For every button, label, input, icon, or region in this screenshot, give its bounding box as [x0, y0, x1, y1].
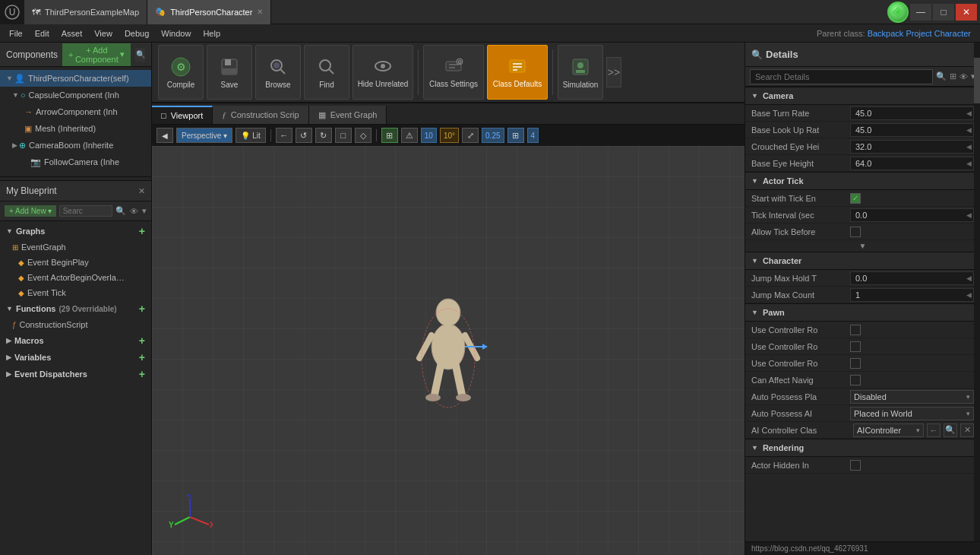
- menu-edit[interactable]: Edit: [29, 27, 55, 40]
- reset-jump-count[interactable]: ◀: [966, 291, 972, 299]
- blueprint-search-input[interactable]: [59, 205, 112, 217]
- tree-item-self[interactable]: ▼ 👤 ThirdPersonCharacter(self): [0, 70, 151, 87]
- section-functions[interactable]: ▼ Functions (29 Overridable) +: [0, 300, 151, 317]
- tree-item-cameraboom[interactable]: ▶ ⊕ CameraBoom (Inherite: [0, 137, 151, 154]
- bp-construction-script[interactable]: ƒ ConstructionScript: [0, 317, 151, 332]
- vp-num2[interactable]: 10°: [440, 128, 459, 143]
- add-component-button[interactable]: + + Add Component ▾: [62, 43, 131, 66]
- tree-item-capsule[interactable]: ▼ ○ CapsuleComponent (Inh: [0, 87, 151, 103]
- perspective-button[interactable]: Perspective ▾: [176, 128, 232, 143]
- viewport[interactable]: ◀ Perspective ▾ 💡 Lit ← ↺ ↻ □ ◇ ⊞ ⚠ 10: [152, 125, 744, 555]
- lit-button[interactable]: 💡 Lit: [236, 128, 266, 143]
- my-blueprint-close[interactable]: ✕: [138, 186, 145, 196]
- details-search-input[interactable]: [750, 69, 933, 84]
- parent-class-link[interactable]: Backpack Project Character: [868, 29, 971, 38]
- tab-map[interactable]: 🗺 ThirdPersonExampleMap: [24, 0, 147, 24]
- find-button[interactable]: Find: [304, 45, 349, 100]
- components-search-button[interactable]: 🔍: [135, 48, 145, 62]
- bp-eventgraph[interactable]: ⊞ EventGraph: [0, 239, 151, 255]
- ai-controller-browse-btn[interactable]: 🔍: [944, 423, 957, 437]
- blueprint-settings-icon[interactable]: ▾: [142, 206, 147, 216]
- section-macros[interactable]: ▶ Macros +: [0, 332, 151, 349]
- vp-num1[interactable]: 10: [421, 128, 437, 143]
- bp-event-actoroverlap[interactable]: ◆ Event ActorBeginOverla…: [0, 270, 151, 285]
- hide-unrelated-button[interactable]: Hide Unrelated: [352, 45, 413, 100]
- section-variables[interactable]: ▶ Variables +: [0, 349, 151, 366]
- toolbar-expand-button[interactable]: >>: [606, 57, 621, 87]
- tab-char[interactable]: 🎭 ThirdPersonCharacter ✕: [147, 0, 271, 24]
- menu-help[interactable]: Help: [197, 27, 226, 40]
- value-tick-interval[interactable]: 0.0 ◀: [850, 208, 974, 222]
- tab-construction-script[interactable]: ƒ Construction Scrip: [213, 106, 308, 124]
- vp-btn-rotate-right[interactable]: ↻: [315, 128, 332, 143]
- reset-crouched-eye[interactable]: ◀: [966, 143, 972, 151]
- details-eye-icon[interactable]: 👁: [959, 72, 968, 81]
- dispatchers-add-button[interactable]: +: [139, 368, 145, 380]
- tree-item-arrow[interactable]: → ArrowComponent (Inh: [0, 103, 151, 120]
- viewport-nav-back[interactable]: ◀: [156, 128, 173, 143]
- menu-file[interactable]: File: [3, 27, 29, 40]
- checkbox-start-tick[interactable]: ✓: [850, 193, 861, 204]
- checkbox-use-ctrl-2[interactable]: [850, 341, 861, 352]
- save-button[interactable]: Save: [207, 45, 252, 100]
- macros-add-button[interactable]: +: [139, 335, 145, 347]
- vp-btn-grid[interactable]: ⊞: [381, 128, 398, 143]
- vp-btn-warn[interactable]: ⚠: [401, 128, 418, 143]
- simulation-button[interactable]: Simulation: [558, 45, 603, 100]
- dropdown-auto-possess-ai[interactable]: Placed in World ▾: [850, 407, 974, 420]
- graphs-add-button[interactable]: +: [139, 225, 145, 237]
- reset-base-lookup[interactable]: ◀: [966, 126, 972, 134]
- value-base-lookup[interactable]: 45.0 ◀: [850, 123, 974, 137]
- class-defaults-button[interactable]: Class Defaults: [487, 45, 548, 100]
- checkbox-use-ctrl-1[interactable]: [850, 325, 861, 335]
- menu-window[interactable]: Window: [155, 27, 197, 40]
- vp-btn-rotate-left[interactable]: ↺: [296, 128, 312, 143]
- tab-viewport[interactable]: □ Viewport: [152, 106, 213, 124]
- menu-asset[interactable]: Asset: [55, 27, 89, 40]
- checkbox-actor-hidden[interactable]: [850, 460, 861, 471]
- vp-btn-box[interactable]: □: [335, 128, 352, 143]
- class-settings-button[interactable]: ⚙ Class Settings: [423, 45, 484, 100]
- value-base-turn-rate[interactable]: 45.0 ◀: [850, 106, 974, 120]
- variables-add-button[interactable]: +: [139, 351, 145, 363]
- tree-item-followcam[interactable]: 📷 FollowCamera (Inhe: [0, 154, 151, 170]
- blueprint-eye-icon[interactable]: 👁: [130, 207, 138, 216]
- checkbox-can-affect[interactable]: [850, 375, 861, 385]
- section-rendering-header[interactable]: ▼ Rendering: [745, 439, 980, 457]
- section-graphs[interactable]: ▼ Graphs +: [0, 223, 151, 239]
- reset-tick-interval[interactable]: ◀: [966, 211, 972, 219]
- value-crouched-eye[interactable]: 32.0 ◀: [850, 140, 974, 154]
- section-actor-tick-header[interactable]: ▼ Actor Tick: [745, 172, 980, 190]
- vp-btn-grid2[interactable]: ⊞: [507, 128, 524, 143]
- vp-num4[interactable]: 4: [527, 128, 539, 143]
- reset-base-turn-rate[interactable]: ◀: [966, 109, 972, 117]
- section-character-header[interactable]: ▼ Character: [745, 252, 980, 270]
- checkbox-allow-tick[interactable]: [850, 227, 861, 237]
- checkbox-use-ctrl-3[interactable]: [850, 358, 861, 369]
- section-event-dispatchers[interactable]: ▶ Event Dispatchers +: [0, 366, 151, 382]
- section-camera-header[interactable]: ▼ Camera: [745, 87, 980, 105]
- actor-tick-expand[interactable]: ▼: [745, 240, 980, 252]
- section-pawn-header[interactable]: ▼ Pawn: [745, 303, 980, 322]
- vp-btn-expand[interactable]: ⤢: [462, 128, 479, 143]
- compile-button[interactable]: ⚙ Compile: [158, 45, 204, 100]
- details-grid-icon[interactable]: ⊞: [950, 71, 956, 81]
- reset-base-eye-height[interactable]: ◀: [966, 160, 972, 167]
- minimize-button[interactable]: —: [910, 4, 931, 21]
- value-base-eye-height[interactable]: 64.0 ◀: [850, 157, 974, 170]
- dropdown-ai-controller[interactable]: AIController ▾: [853, 423, 924, 437]
- ai-controller-clear-btn[interactable]: ✕: [960, 423, 974, 437]
- close-button[interactable]: ✕: [956, 4, 977, 21]
- menu-debug[interactable]: Debug: [119, 27, 155, 40]
- dropdown-auto-possess-pla[interactable]: Disabled ▾: [850, 390, 974, 404]
- tab-event-graph[interactable]: ▦ Event Graph: [309, 106, 387, 124]
- functions-add-button[interactable]: +: [139, 303, 145, 315]
- details-scrollbar[interactable]: [974, 43, 980, 555]
- details-scrollbar-thumb[interactable]: [974, 58, 980, 103]
- vp-btn-diamond[interactable]: ◇: [355, 128, 371, 143]
- vp-btn-left[interactable]: ←: [276, 128, 292, 143]
- tree-item-mesh[interactable]: ▣ Mesh (Inherited): [0, 120, 151, 137]
- add-new-button[interactable]: + Add New ▾: [5, 205, 56, 217]
- reset-jump-hold[interactable]: ◀: [966, 274, 972, 282]
- vp-num3[interactable]: 0.25: [482, 128, 504, 143]
